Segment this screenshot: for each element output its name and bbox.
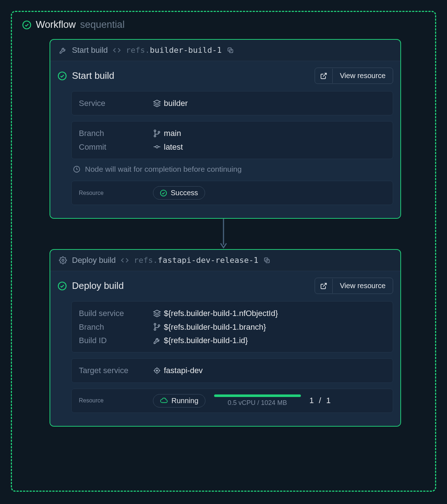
view-resource-label: View resource: [333, 68, 393, 84]
svg-point-11: [62, 259, 64, 261]
info-value: builder: [164, 97, 188, 110]
workflow-mode: sequential: [80, 19, 125, 30]
node-body: Deploy build View resource Build service…: [50, 271, 400, 426]
status-pill-running: Running: [153, 394, 205, 407]
check-circle-icon: [58, 71, 67, 81]
wait-note: Node will wait for completion before con…: [71, 165, 393, 174]
info-label: Service: [79, 97, 153, 110]
info-label: Build service: [79, 307, 153, 320]
workflow-container: Workflow sequential Start build refs.bui…: [11, 11, 436, 492]
node-header: Deploy build refs.fastapi-dev-release-1: [50, 250, 400, 271]
info-label: Branch: [79, 127, 153, 140]
status-text: Running: [171, 397, 199, 405]
check-circle-icon: [58, 281, 67, 291]
svg-point-17: [158, 325, 160, 326]
wrench-icon: [59, 46, 67, 54]
git-commit-icon: [153, 143, 164, 151]
check-circle-icon: [22, 20, 31, 30]
clock-icon: [73, 165, 81, 173]
svg-point-15: [154, 324, 156, 325]
svg-point-6: [158, 131, 160, 133]
info-value: ${refs.builder-build-1.id}: [164, 334, 248, 347]
node-title-left: Deploy build: [58, 280, 124, 291]
info-box-target: Target service fastapi-dev: [71, 358, 393, 383]
copy-icon[interactable]: [263, 257, 271, 264]
svg-point-16: [154, 329, 156, 330]
info-box-branch: Branch main Commit latest: [71, 121, 393, 159]
ref-text: refs.builder-build-1: [126, 46, 222, 55]
crosshair-icon: [153, 367, 164, 375]
git-branch-icon: [153, 323, 164, 331]
code-icon: [121, 256, 129, 264]
wrench-icon: [153, 337, 164, 345]
arrow-connector: [21, 219, 426, 249]
info-label: Branch: [79, 320, 153, 334]
ref-text: refs.fastapi-dev-release-1: [134, 256, 258, 265]
info-row: Service builder: [79, 97, 386, 110]
status-text: Success: [171, 189, 198, 197]
view-resource-label: View resource: [333, 278, 393, 294]
node-deploy-build: Deploy build refs.fastapi-dev-release-1 …: [50, 249, 401, 427]
info-box-build: Build service ${refs.builder-build-1.nfO…: [71, 301, 393, 353]
info-box-resource: Resource Running 0.5 vCPU / 1024 MB 1 / …: [71, 389, 393, 413]
view-resource-button[interactable]: View resource: [315, 278, 393, 294]
node-header-title: Deploy build: [72, 256, 116, 265]
external-link-icon: [315, 279, 333, 293]
info-value: ${refs.builder-build-1.branch}: [164, 320, 266, 334]
gear-icon: [59, 256, 67, 264]
info-label: Resource: [79, 397, 153, 404]
svg-point-19: [156, 370, 158, 371]
node-body-title: Start build: [72, 70, 114, 81]
wait-note-text: Node will wait for completion before con…: [85, 165, 242, 174]
progress-caption: 0.5 vCPU / 1024 MB: [214, 399, 301, 407]
svg-point-5: [154, 135, 156, 137]
node-body-title: Deploy build: [72, 280, 124, 291]
node-start-build: Start build refs.builder-build-1 Start b…: [50, 39, 401, 219]
info-value: ${refs.builder-build-1.nfObjectId}: [164, 307, 278, 320]
node-header: Start build refs.builder-build-1: [50, 40, 400, 61]
workflow-title: Workflow: [36, 19, 76, 30]
node-title-left: Start build: [58, 70, 114, 81]
info-label: Target service: [79, 364, 153, 377]
info-box-resource: Resource Success: [71, 181, 393, 205]
info-row: Commit latest: [79, 140, 386, 154]
info-value: latest: [164, 140, 183, 154]
info-label: Resource: [79, 190, 153, 196]
code-icon: [113, 46, 121, 54]
info-label: Build ID: [79, 334, 153, 347]
svg-point-4: [154, 130, 156, 132]
layers-icon: [153, 99, 164, 107]
progress-bar: [214, 394, 301, 397]
external-link-icon: [315, 69, 333, 83]
info-row: Branch ${refs.builder-build-1.branch}: [79, 320, 386, 334]
copy-icon[interactable]: [227, 47, 234, 54]
check-circle-icon: [160, 189, 167, 197]
node-title-row: Start build View resource: [58, 68, 393, 84]
info-label: Commit: [79, 140, 153, 154]
cloud-icon: [160, 397, 168, 405]
info-value: fastapi-dev: [164, 364, 203, 377]
fraction: 1 / 1: [310, 396, 332, 405]
workflow-header: Workflow sequential: [21, 19, 426, 30]
svg-point-7: [156, 146, 158, 148]
layers-icon: [153, 309, 164, 317]
progress-block: 0.5 vCPU / 1024 MB: [214, 394, 301, 407]
view-resource-button[interactable]: View resource: [315, 68, 393, 84]
node-title-row: Deploy build View resource: [58, 278, 393, 294]
status-pill-success: Success: [153, 186, 205, 200]
node-body: Start build View resource Service builde…: [50, 61, 400, 218]
info-box-service: Service builder: [71, 91, 393, 115]
info-row: Build service ${refs.builder-build-1.nfO…: [79, 307, 386, 320]
info-row: Build ID ${refs.builder-build-1.id}: [79, 334, 386, 347]
git-branch-icon: [153, 129, 164, 137]
info-row: Target service fastapi-dev: [79, 364, 386, 377]
info-row: Branch main: [79, 127, 386, 140]
info-value: main: [164, 127, 181, 140]
node-header-title: Start build: [72, 46, 108, 55]
